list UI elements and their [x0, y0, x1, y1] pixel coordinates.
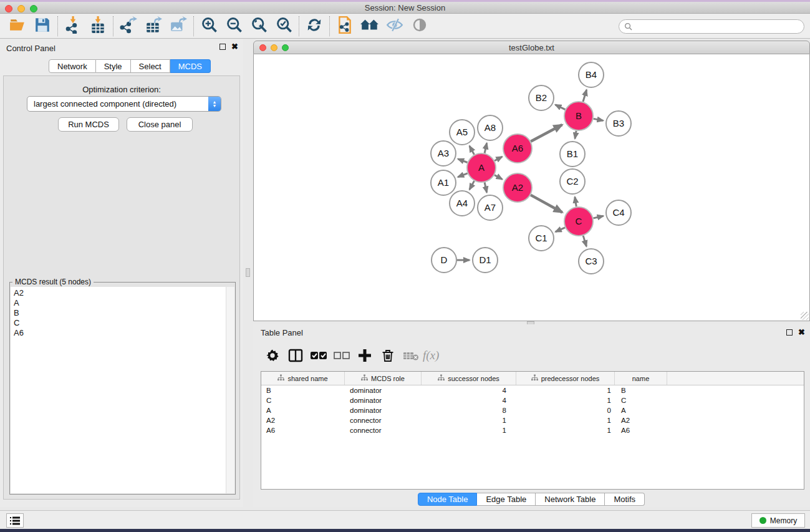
- node-B2[interactable]: B2: [529, 85, 554, 110]
- search-input[interactable]: [632, 20, 804, 33]
- edge-A-A8[interactable]: [485, 143, 487, 153]
- zoom-selected-button[interactable]: [271, 15, 296, 37]
- node-A5[interactable]: A5: [450, 120, 475, 145]
- import-network-button[interactable]: [60, 15, 85, 37]
- edge-A-A5[interactable]: [470, 146, 475, 155]
- hide-eye-button[interactable]: [382, 15, 407, 37]
- node-B3[interactable]: B3: [606, 111, 631, 136]
- zoom-out-button[interactable]: [221, 15, 246, 37]
- function-button[interactable]: f(x): [422, 346, 445, 367]
- node-C[interactable]: C: [564, 207, 593, 236]
- table-row[interactable]: Cdominator41C: [261, 395, 804, 405]
- node-B4[interactable]: B4: [579, 62, 604, 87]
- edge-A-A2[interactable]: [494, 175, 503, 180]
- node-D1[interactable]: D1: [473, 248, 498, 273]
- main-titlebar[interactable]: Session: New Session: [0, 2, 810, 14]
- edge-C-C4[interactable]: [593, 216, 603, 218]
- edge-C-C1[interactable]: [556, 228, 565, 232]
- edge-A2-C[interactable]: [531, 195, 562, 213]
- columns-button[interactable]: [284, 346, 307, 367]
- table-row[interactable]: A2connector11A2: [261, 415, 804, 425]
- node-A1[interactable]: A1: [431, 170, 456, 195]
- maximize-window-icon[interactable]: [30, 5, 37, 12]
- result-scrollbar[interactable]: [226, 287, 234, 493]
- network-minimize-icon[interactable]: [271, 44, 277, 51]
- task-history-button[interactable]: [6, 513, 24, 528]
- tab-select[interactable]: Select: [131, 59, 170, 73]
- tab-network[interactable]: Network: [49, 59, 96, 73]
- table-float-panel-icon[interactable]: [786, 329, 793, 336]
- close-window-icon[interactable]: [5, 5, 12, 12]
- table-row[interactable]: A6connector11A6: [261, 425, 804, 435]
- import-table-button[interactable]: [85, 15, 110, 37]
- float-panel-icon[interactable]: [219, 44, 226, 50]
- network-file-button[interactable]: [332, 15, 357, 37]
- edge-A-A3[interactable]: [458, 159, 467, 163]
- edge-B-B4[interactable]: [583, 90, 587, 102]
- edge-A-A1[interactable]: [458, 173, 467, 177]
- edge-A6-B[interactable]: [531, 125, 562, 142]
- minimize-window-icon[interactable]: [17, 5, 25, 12]
- export-network-button[interactable]: [116, 15, 141, 37]
- node-C1[interactable]: C1: [529, 226, 554, 251]
- network-close-icon[interactable]: [259, 44, 266, 51]
- gear-button[interactable]: [261, 346, 284, 367]
- result-item[interactable]: B: [14, 308, 226, 318]
- node-B1[interactable]: B1: [560, 142, 585, 167]
- eye-button[interactable]: [407, 15, 432, 37]
- zoom-fit-button[interactable]: [246, 15, 271, 37]
- node-A8[interactable]: A8: [478, 115, 503, 140]
- save-button[interactable]: [30, 15, 55, 37]
- table-close-panel-icon[interactable]: ✖: [798, 329, 805, 336]
- result-item[interactable]: C: [14, 318, 226, 328]
- edge-B-B1[interactable]: [575, 131, 576, 139]
- node-A3[interactable]: A3: [431, 141, 456, 166]
- result-item[interactable]: A2: [14, 288, 226, 298]
- edge-A-A7[interactable]: [485, 182, 487, 192]
- export-image-button[interactable]: [166, 15, 191, 37]
- network-maximize-icon[interactable]: [282, 44, 289, 51]
- edge-A-A4[interactable]: [470, 181, 475, 190]
- column-header-MCDS-role[interactable]: MCDS role: [345, 372, 422, 385]
- deselect-all-button[interactable]: [330, 346, 353, 367]
- node-A2[interactable]: A2: [503, 173, 532, 202]
- tab-motifs[interactable]: Motifs: [605, 493, 645, 506]
- network-window-titlebar[interactable]: testGlobe.txt: [253, 41, 810, 54]
- node-A[interactable]: A: [467, 153, 496, 182]
- table-row[interactable]: Bdominator41B: [261, 385, 804, 395]
- resize-grip-icon[interactable]: [801, 312, 809, 320]
- mcds-result-list[interactable]: A2ABCA6: [11, 287, 226, 493]
- result-item[interactable]: A: [14, 298, 226, 308]
- memory-button[interactable]: Memory: [751, 513, 805, 528]
- search-field[interactable]: [619, 19, 804, 34]
- node-A7[interactable]: A7: [478, 195, 503, 220]
- close-panel-button[interactable]: Close panel: [127, 117, 193, 132]
- edge-C-C2[interactable]: [575, 197, 576, 207]
- column-header-predecessor-nodes[interactable]: predecessor nodes: [516, 372, 615, 385]
- run-mcds-button[interactable]: Run MCDS: [58, 117, 119, 132]
- add-button[interactable]: [353, 346, 376, 367]
- tab-node-table[interactable]: Node Table: [418, 493, 478, 506]
- table-row[interactable]: Adominator80A: [261, 405, 804, 415]
- refresh-button[interactable]: [302, 15, 327, 37]
- export-table-button[interactable]: [141, 15, 166, 37]
- node-B[interactable]: B: [564, 102, 593, 130]
- node-A6[interactable]: A6: [503, 134, 532, 163]
- tab-network-table[interactable]: Network Table: [536, 493, 605, 506]
- node-C4[interactable]: C4: [606, 200, 631, 225]
- criterion-dropdown[interactable]: largest connected component (directed) ▲…: [27, 96, 221, 112]
- close-panel-icon[interactable]: ✖: [231, 44, 238, 50]
- vertical-splitter-handle[interactable]: [246, 268, 250, 277]
- select-all-button[interactable]: [307, 346, 330, 367]
- node-C3[interactable]: C3: [579, 249, 604, 274]
- tab-mcds[interactable]: MCDS: [170, 59, 211, 73]
- edge-B-B3[interactable]: [594, 118, 604, 120]
- network-canvas[interactable]: B4B2BB3A8A5A6A3B1AC2A1A2A4A7C4CC1DD1C3: [253, 54, 810, 321]
- open-folder-button[interactable]: [5, 15, 30, 37]
- column-header-successor-nodes[interactable]: successor nodes: [422, 372, 516, 385]
- column-header-shared-name[interactable]: shared name: [261, 372, 345, 385]
- zoom-in-button[interactable]: [196, 15, 221, 37]
- node-C2[interactable]: C2: [560, 169, 585, 194]
- edge-A-A6[interactable]: [494, 157, 502, 161]
- node-D[interactable]: D: [432, 248, 456, 273]
